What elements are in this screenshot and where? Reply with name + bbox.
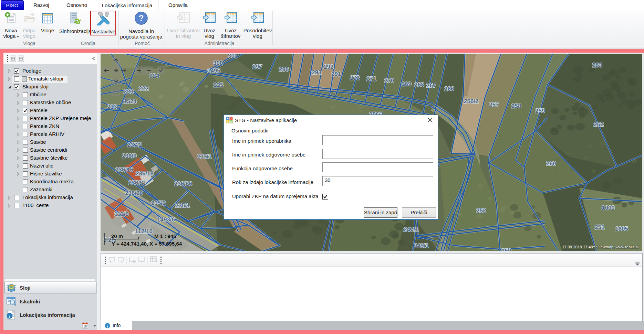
svg-text:112/10: 112/10 <box>135 228 153 235</box>
svg-text:260: 260 <box>546 160 556 167</box>
svg-text:Y = 424.741,40, X = 57.695,64: Y = 424.741,40, X = 57.695,64 <box>112 241 182 247</box>
svg-text:223: 223 <box>124 88 133 95</box>
svg-text:296: 296 <box>279 66 289 73</box>
svg-text:17.08.2018 17:48:59, ewmap, ww: 17.08.2018 17:48:59, ewmap, www.realis.s… <box>562 245 638 249</box>
svg-text:222: 222 <box>139 85 148 92</box>
svg-text:236/21: 236/21 <box>128 180 146 186</box>
svg-text:236/18: 236/18 <box>136 170 154 177</box>
svg-text:256/2: 256/2 <box>464 98 479 105</box>
svg-text:236/9: 236/9 <box>122 153 137 159</box>
svg-text:225: 225 <box>214 82 223 88</box>
svg-text:236/26: 236/26 <box>174 181 192 187</box>
svg-text:235/2: 235/2 <box>151 200 166 206</box>
svg-text:1000: 1000 <box>602 205 615 211</box>
svg-text:301: 301 <box>228 54 238 59</box>
svg-text:237/1: 237/1 <box>197 153 212 160</box>
svg-text:1605: 1605 <box>615 226 628 232</box>
svg-text:291: 291 <box>331 71 341 77</box>
svg-text:M 1 : 945: M 1 : 945 <box>154 233 176 239</box>
svg-text:292: 292 <box>324 64 333 70</box>
svg-text:300: 300 <box>213 60 223 66</box>
svg-text:1495: 1495 <box>207 67 220 74</box>
svg-text:271: 271 <box>366 76 376 82</box>
svg-text:258: 258 <box>511 103 521 109</box>
svg-text:259: 259 <box>535 108 545 114</box>
svg-text:247/1: 247/1 <box>404 226 418 233</box>
svg-text:251: 251 <box>595 224 604 230</box>
svg-text:249/1: 249/1 <box>414 243 429 249</box>
svg-text:262: 262 <box>594 121 603 128</box>
svg-text:236/16: 236/16 <box>115 166 133 173</box>
svg-text:1493/6: 1493/6 <box>157 216 175 223</box>
svg-text:112/9: 112/9 <box>114 211 129 217</box>
svg-text:20 m: 20 m <box>111 233 123 239</box>
svg-text:297: 297 <box>252 64 262 70</box>
svg-text:293: 293 <box>312 69 321 76</box>
svg-text:263: 263 <box>592 62 602 68</box>
svg-text:I: I <box>231 117 231 120</box>
svg-text:236/20: 236/20 <box>125 190 143 196</box>
svg-text:213: 213 <box>107 104 117 110</box>
svg-text:272: 272 <box>350 75 360 81</box>
svg-text:252: 252 <box>476 207 486 214</box>
svg-text:i: i <box>107 324 108 328</box>
svg-text:268: 268 <box>414 82 424 88</box>
svg-text:237/2: 237/2 <box>127 142 142 148</box>
svg-text:15: 15 <box>83 325 87 328</box>
svg-text:257: 257 <box>489 101 499 108</box>
svg-text:O: O <box>230 120 232 123</box>
svg-text:i: i <box>9 314 10 319</box>
svg-text:270: 270 <box>384 77 394 84</box>
svg-text:250: 250 <box>501 248 511 251</box>
svg-text:?: ? <box>139 13 144 23</box>
svg-text:1524: 1524 <box>124 98 137 105</box>
svg-text:269: 269 <box>402 81 411 87</box>
svg-text:267: 267 <box>426 82 436 89</box>
svg-text:S: S <box>227 120 229 123</box>
svg-text:266: 266 <box>444 86 454 92</box>
svg-text:235/1: 235/1 <box>175 202 190 209</box>
svg-text:P: P <box>227 117 229 120</box>
